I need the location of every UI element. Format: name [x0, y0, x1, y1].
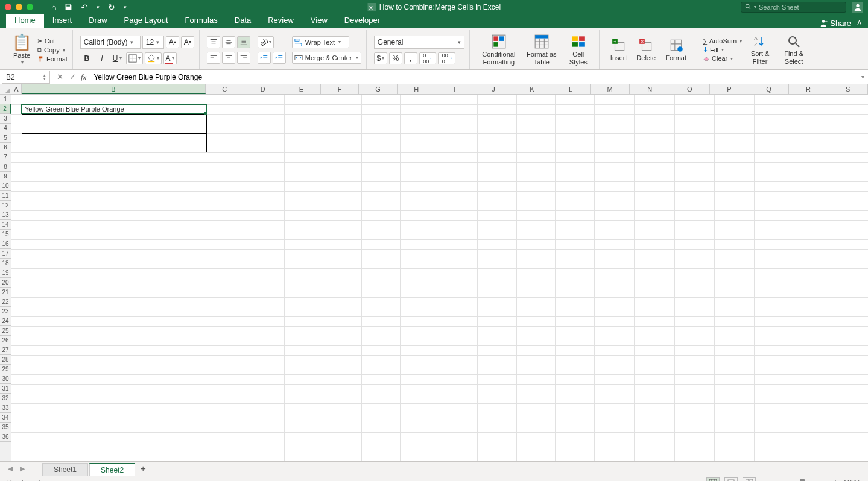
- borders-button[interactable]: ▾: [126, 52, 143, 64]
- column-header-b[interactable]: B: [22, 84, 206, 94]
- tab-formulas[interactable]: Formulas: [177, 13, 226, 28]
- sheet-tab-sheet2[interactable]: Sheet2: [89, 463, 135, 476]
- row-header-2[interactable]: 2: [0, 104, 11, 114]
- align-middle-button[interactable]: [222, 36, 235, 48]
- sheet-tab-sheet1[interactable]: Sheet1: [42, 463, 88, 476]
- underline-button[interactable]: U▾: [110, 52, 124, 64]
- italic-button[interactable]: I: [95, 52, 109, 64]
- align-center-button[interactable]: [222, 52, 235, 64]
- autosum-button[interactable]: ∑ AutoSum ▾: [703, 37, 742, 45]
- column-header-k[interactable]: K: [513, 84, 552, 94]
- comma-style-button[interactable]: ,: [404, 52, 417, 64]
- decrease-font-button[interactable]: A▾: [181, 36, 194, 48]
- row-header-9[interactable]: 9: [0, 172, 11, 181]
- row-header-4[interactable]: 4: [0, 124, 11, 133]
- align-top-button[interactable]: [207, 36, 220, 48]
- row-header-22[interactable]: 22: [0, 297, 11, 307]
- tab-home[interactable]: Home: [6, 13, 44, 28]
- page-break-view-button[interactable]: [743, 477, 756, 482]
- column-header-l[interactable]: L: [551, 84, 591, 94]
- sheet-nav-next[interactable]: ▶: [17, 465, 28, 473]
- format-painter-button[interactable]: Format: [37, 55, 68, 63]
- copy-button[interactable]: ⧉ Copy ▾: [37, 46, 68, 54]
- row-header-34[interactable]: 34: [0, 413, 11, 423]
- row-header-16[interactable]: 16: [0, 239, 11, 249]
- row-header-18[interactable]: 18: [0, 259, 11, 268]
- tab-data[interactable]: Data: [226, 13, 259, 28]
- row-header-35[interactable]: 35: [0, 423, 11, 432]
- column-header-a[interactable]: A: [11, 84, 22, 94]
- add-sheet-button[interactable]: +: [136, 464, 150, 474]
- row-header-20[interactable]: 20: [0, 278, 11, 288]
- row-header-32[interactable]: 32: [0, 394, 11, 403]
- redo-icon[interactable]: ↻: [108, 2, 115, 12]
- bold-button[interactable]: B: [80, 52, 93, 64]
- paste-button[interactable]: 📋 Paste ▾: [8, 33, 35, 67]
- row-header-23[interactable]: 23: [0, 307, 11, 316]
- font-color-button[interactable]: A ▾: [163, 52, 177, 64]
- row-header-17[interactable]: 17: [0, 249, 11, 259]
- tab-insert[interactable]: Insert: [44, 13, 81, 28]
- wrap-text-button[interactable]: Wrap Text ▾: [292, 36, 349, 48]
- fill-button[interactable]: ⬇ Fill ▾: [703, 46, 742, 54]
- cut-button[interactable]: ✂ Cut: [37, 37, 68, 45]
- decrease-indent-button[interactable]: [258, 52, 271, 64]
- column-header-q[interactable]: Q: [749, 84, 789, 94]
- close-window-button[interactable]: [5, 4, 11, 10]
- row-header-14[interactable]: 14: [0, 220, 11, 230]
- name-box[interactable]: B2 ▴▾: [2, 71, 50, 84]
- row-header-21[interactable]: 21: [0, 288, 11, 297]
- fx-icon[interactable]: fx: [81, 72, 86, 82]
- row-header-24[interactable]: 24: [0, 316, 11, 326]
- tab-developer[interactable]: Developer: [336, 13, 388, 28]
- tab-view[interactable]: View: [302, 13, 336, 28]
- row-header-33[interactable]: 33: [0, 403, 11, 413]
- row-header-1[interactable]: 1: [0, 95, 11, 104]
- row-header-3[interactable]: 3: [0, 114, 11, 124]
- column-header-o[interactable]: O: [670, 84, 710, 94]
- collapse-ribbon-icon[interactable]: ᐱ: [857, 19, 862, 27]
- row-header-27[interactable]: 27: [0, 345, 11, 355]
- home-icon[interactable]: ⌂: [51, 2, 56, 12]
- share-button[interactable]: + Share: [819, 19, 851, 28]
- column-header-f[interactable]: F: [321, 84, 360, 94]
- column-header-m[interactable]: M: [591, 84, 630, 94]
- row-header-36[interactable]: 36: [0, 432, 11, 442]
- row-header-31[interactable]: 31: [0, 384, 11, 394]
- font-name-combo[interactable]: Calibri (Body)▾: [80, 36, 141, 49]
- undo-icon[interactable]: ↶: [81, 2, 88, 12]
- column-header-j[interactable]: J: [474, 84, 513, 94]
- minimize-window-button[interactable]: [16, 4, 22, 10]
- conditional-formatting-button[interactable]: Conditional Formatting: [477, 33, 521, 66]
- increase-font-button[interactable]: A▴: [166, 36, 179, 48]
- maximize-window-button[interactable]: [27, 4, 33, 10]
- percent-button[interactable]: %: [389, 52, 402, 64]
- row-header-15[interactable]: 15: [0, 230, 11, 239]
- qat-customize-icon[interactable]: ▾: [124, 4, 127, 10]
- orientation-button[interactable]: ab▾: [258, 36, 274, 48]
- find-select-button[interactable]: Find & Select: [778, 33, 809, 66]
- row-header-26[interactable]: 26: [0, 336, 11, 345]
- tab-page-layout[interactable]: Page Layout: [116, 13, 177, 28]
- page-layout-view-button[interactable]: [724, 477, 738, 482]
- increase-indent-button[interactable]: [273, 52, 286, 64]
- row-header-8[interactable]: 8: [0, 162, 11, 172]
- column-header-r[interactable]: R: [789, 84, 829, 94]
- column-header-e[interactable]: E: [282, 84, 321, 94]
- enter-formula-icon[interactable]: ✓: [69, 72, 76, 81]
- row-header-30[interactable]: 30: [0, 374, 11, 384]
- row-header-5[interactable]: 5: [0, 133, 11, 143]
- cells-area[interactable]: Yellow Green Blue Purple Orange: [11, 95, 868, 461]
- font-size-combo[interactable]: 12▾: [142, 36, 164, 49]
- row-header-10[interactable]: 10: [0, 181, 11, 191]
- expand-formula-bar-icon[interactable]: ▾: [857, 74, 868, 80]
- clear-button[interactable]: Clear ▾: [703, 55, 742, 62]
- align-bottom-button[interactable]: [237, 36, 250, 48]
- cell-styles-button[interactable]: Cell Styles: [563, 33, 594, 66]
- sheet-nav-prev[interactable]: ◀: [5, 465, 16, 473]
- row-header-6[interactable]: 6: [0, 143, 11, 152]
- zoom-level[interactable]: 100%: [844, 479, 861, 482]
- merge-center-button[interactable]: Merge & Center ▾: [292, 52, 361, 64]
- row-header-29[interactable]: 29: [0, 365, 11, 374]
- column-header-n[interactable]: N: [630, 84, 670, 94]
